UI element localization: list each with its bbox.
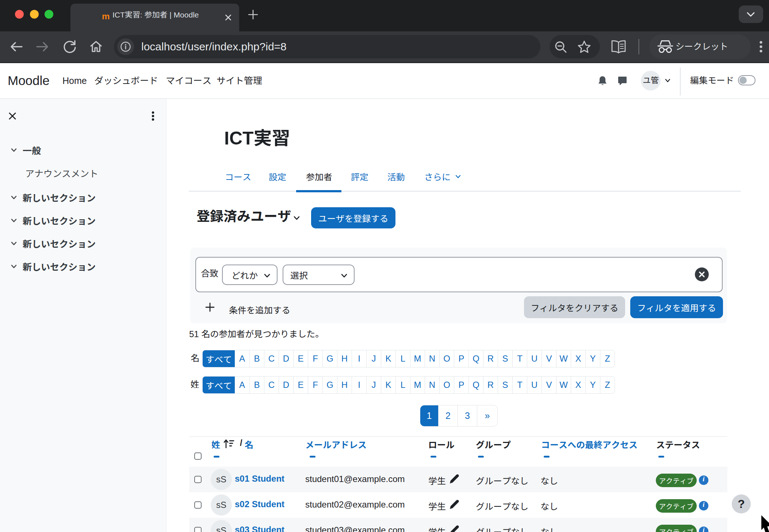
svg-text:m: m [102,11,110,21]
